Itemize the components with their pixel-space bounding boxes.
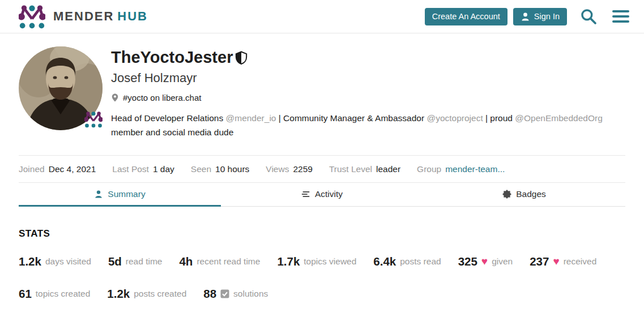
stat-label: read time [126, 256, 163, 267]
tab-label: Activity [315, 189, 343, 199]
stat-label: solutions [233, 289, 268, 299]
tab-label: Summary [108, 189, 145, 199]
stat-label: days visited [45, 256, 91, 267]
stat-value: 1.2k [19, 255, 41, 268]
meta-label: Group [417, 164, 441, 174]
brand-secondary: HUB [117, 9, 148, 23]
heart-icon: ♥ [553, 256, 559, 267]
meta-views: Views2259 [266, 164, 313, 174]
stat-read-time: 5d read time [108, 255, 163, 268]
stat-label: received [564, 256, 597, 267]
menu-button[interactable] [610, 8, 632, 25]
group-link[interactable]: mender-team... [445, 164, 505, 174]
stat-likes-received: 237 ♥ received [530, 255, 596, 268]
location-row: #yocto on libera.chat [111, 93, 615, 102]
create-account-button[interactable]: Create An Account [425, 8, 507, 25]
meta-seen: Seen10 hours [191, 164, 250, 174]
stat-label: posts created [134, 289, 186, 299]
stat-value: 5d [108, 255, 122, 268]
stat-days-visited: 1.2k days visited [19, 255, 91, 268]
bio-segment: | proud [483, 113, 515, 123]
profile-summary: TheYoctoJester Josef Holzmayr #yocto on … [19, 33, 625, 140]
full-name: Josef Holzmayr [111, 71, 615, 85]
brand-primary: MENDER [53, 9, 114, 23]
brand-home-link[interactable]: MENDERHUB [19, 5, 148, 29]
meta-label: Joined [19, 164, 45, 174]
user-icon [521, 12, 530, 22]
sign-in-button[interactable]: Sign In [513, 8, 567, 25]
brand-text: MENDERHUB [53, 9, 148, 24]
stat-likes-given: 325 ♥ given [458, 255, 513, 268]
meta-joined: JoinedDec 4, 2021 [19, 164, 96, 174]
stat-label: recent read time [197, 256, 260, 267]
stats-row-2: 61 topics created 1.2k posts created 88 … [19, 287, 625, 301]
meta-value: 10 hours [215, 164, 249, 174]
badge-certificate-icon [502, 190, 511, 199]
meta-trust-level: Trust Levelleader [329, 164, 400, 174]
search-button[interactable] [577, 5, 600, 28]
header-actions: Create An Account Sign In [425, 5, 632, 28]
meta-label: Trust Level [329, 164, 372, 174]
stream-icon [301, 190, 310, 199]
bio-mention: @OpenEmbeddedOrg [515, 113, 602, 123]
heart-icon: ♥ [481, 256, 488, 267]
stat-recent-read-time: 4h recent read time [179, 255, 260, 268]
stat-value: 61 [19, 287, 32, 301]
stat-value: 1.2k [107, 287, 130, 301]
bio-mention: @yoctoproject [427, 113, 483, 123]
meta-value: Dec 4, 2021 [49, 164, 96, 174]
profile-page: TheYoctoJester Josef Holzmayr #yocto on … [0, 33, 644, 301]
stat-value: 325 [458, 255, 477, 268]
username-text: TheYoctoJester [111, 48, 233, 67]
hamburger-icon [612, 10, 629, 23]
meta-label: Views [266, 164, 289, 174]
bio-mention: @mender_io [225, 113, 276, 123]
bio-segment: Head of Developer Relations [111, 113, 225, 123]
tab-label: Badges [516, 189, 546, 199]
stat-value: 88 [203, 287, 216, 301]
stats-heading: STATS [19, 228, 625, 239]
avatar [19, 46, 103, 130]
stat-posts-read: 6.4k posts read [373, 255, 441, 268]
user-icon [94, 190, 103, 199]
meta-group: Groupmender-team... [417, 164, 505, 174]
mender-badge-icon [84, 111, 103, 128]
mender-logo-icon [19, 5, 45, 29]
meta-value: leader [376, 164, 400, 174]
stat-label: topics viewed [304, 256, 356, 267]
site-header: MENDERHUB Create An Account Sign In [0, 0, 644, 33]
stat-value: 4h [179, 255, 193, 268]
profile-info: TheYoctoJester Josef Holzmayr #yocto on … [111, 46, 615, 140]
stat-value: 6.4k [373, 255, 396, 268]
search-icon [579, 7, 598, 25]
stat-topics-viewed: 1.7k topics viewed [277, 255, 356, 268]
meta-value: 2259 [293, 164, 312, 174]
location-text: #yocto on libera.chat [123, 93, 201, 102]
stat-posts-created: 1.2k posts created [107, 287, 186, 301]
profile-tabs: Summary Activity Badges [19, 182, 625, 207]
profile-meta-row: JoinedDec 4, 2021 Last Post1 day Seen10 … [19, 156, 625, 182]
stat-value: 237 [530, 255, 549, 268]
stat-label: topics created [36, 289, 91, 299]
page-title: TheYoctoJester [111, 48, 615, 67]
meta-value: 1 day [153, 164, 174, 174]
bio-segment: | Community Manager & Ambassador [276, 113, 427, 123]
meta-last-post: Last Post1 day [112, 164, 174, 174]
stats-row-1: 1.2k days visited 5d read time 4h recent… [19, 255, 625, 268]
bio-segment: member and social media dude [111, 127, 233, 137]
stat-topics-created: 61 topics created [19, 287, 90, 301]
stat-solutions: 88 solutions [203, 287, 268, 301]
stats-section: STATS 1.2k days visited 5d read time 4h … [19, 207, 625, 301]
tab-badges[interactable]: Badges [423, 183, 625, 206]
meta-label: Seen [191, 164, 211, 174]
location-pin-icon [111, 93, 119, 102]
stat-value: 1.7k [277, 255, 300, 268]
stat-label: given [492, 256, 513, 267]
check-square-icon [220, 289, 229, 298]
sign-in-label: Sign In [534, 12, 560, 21]
tab-activity[interactable]: Activity [221, 183, 423, 206]
meta-label: Last Post [112, 164, 149, 174]
moderator-shield-icon [235, 50, 248, 65]
tab-summary[interactable]: Summary [19, 183, 221, 206]
bio: Head of Developer Relations @mender_io |… [111, 112, 615, 140]
